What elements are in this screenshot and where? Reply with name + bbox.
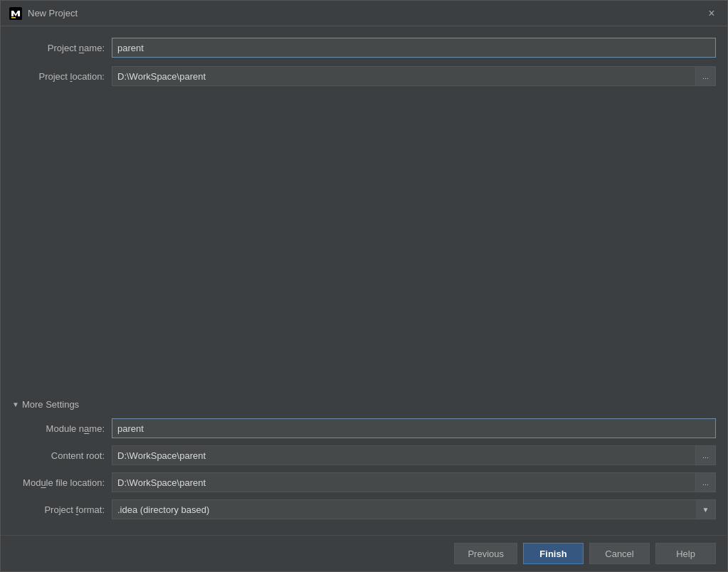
project-format-label: Project format: — [12, 504, 112, 515]
close-button[interactable]: × — [705, 6, 719, 21]
more-settings-section: ▼ More Settings Module name: Content roo… — [12, 399, 716, 535]
module-file-location-input[interactable] — [112, 472, 696, 492]
project-format-row: Project format: .idea (directory based) … — [12, 499, 716, 519]
module-name-input[interactable] — [112, 418, 716, 438]
project-location-row: Project location: ... — [12, 66, 716, 86]
svg-rect-2 — [11, 17, 16, 18]
previous-button[interactable]: Previous — [454, 543, 517, 564]
project-name-input[interactable] — [112, 38, 716, 58]
module-file-location-browse-button[interactable]: ... — [696, 472, 716, 492]
project-location-input-group: ... — [112, 66, 716, 86]
help-button[interactable]: Help — [655, 543, 716, 564]
content-spacer — [12, 95, 716, 399]
finish-button[interactable]: Finish — [523, 543, 584, 564]
new-project-dialog: New Project × Project name: Project loca… — [0, 0, 728, 572]
cancel-button[interactable]: Cancel — [589, 543, 650, 564]
title-bar-left: New Project — [9, 7, 78, 20]
title-bar: New Project × — [1, 1, 727, 26]
project-location-label: Project location: — [12, 71, 112, 82]
content-root-row: Content root: ... — [12, 445, 716, 465]
project-format-select[interactable]: .idea (directory based) .ipr (file based… — [112, 499, 716, 519]
project-name-row: Project name: — [12, 38, 716, 58]
module-file-location-label: Module file location: — [12, 477, 112, 488]
content-root-input[interactable] — [112, 445, 696, 465]
more-settings-arrow-icon: ▼ — [12, 401, 19, 408]
module-file-location-row: Module file location: ... — [12, 472, 716, 492]
project-name-label: Project name: — [12, 43, 112, 53]
project-format-select-group: .idea (directory based) .ipr (file based… — [112, 499, 716, 519]
module-file-location-input-group: ... — [112, 472, 716, 492]
content-root-label: Content root: — [12, 450, 112, 461]
more-settings-body: Module name: Content root: ... — [12, 418, 716, 519]
intellij-logo-icon — [9, 7, 22, 20]
project-location-input[interactable] — [112, 66, 696, 86]
project-location-browse-button[interactable]: ... — [696, 66, 716, 86]
dialog-content: Project name: Project location: ... ▼ Mo… — [1, 26, 727, 535]
dialog-footer: Previous Finish Cancel Help — [1, 535, 727, 571]
dialog-title: New Project — [28, 8, 78, 18]
more-settings-label: More Settings — [22, 399, 79, 410]
module-name-row: Module name: — [12, 418, 716, 438]
content-root-browse-button[interactable]: ... — [696, 445, 716, 465]
more-settings-toggle[interactable]: ▼ More Settings — [12, 399, 716, 410]
module-name-label: Module name: — [12, 423, 112, 434]
content-root-input-group: ... — [112, 445, 716, 465]
